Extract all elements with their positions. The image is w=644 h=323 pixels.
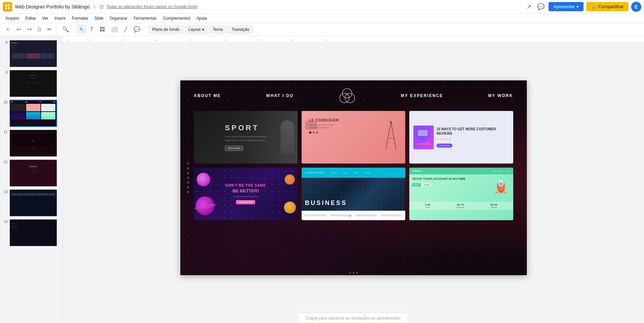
apresentar-label: Apresentar bbox=[553, 4, 575, 9]
menu-ver[interactable]: Ver bbox=[39, 15, 51, 21]
apresentar-button[interactable]: Apresentar ▾ bbox=[549, 2, 584, 11]
startup-btn2[interactable]: LEARN bbox=[422, 183, 431, 187]
transition-label: Transição bbox=[232, 27, 249, 32]
zoom-button[interactable]: 🔍 bbox=[60, 25, 71, 34]
undo-button[interactable]: ↩ bbox=[14, 25, 23, 34]
comment-icon-btn[interactable]: 💬 bbox=[536, 2, 546, 11]
svg-rect-2 bbox=[5, 8, 7, 9]
planet-left-bottom bbox=[196, 196, 214, 215]
slide-ind-dot bbox=[350, 272, 351, 273]
select-button[interactable]: ↖ bbox=[77, 25, 86, 34]
folder-icon[interactable]: ⊡ bbox=[100, 4, 104, 10]
reviews-title: 10 WAYS TO GET MORE CUSTOMER REVIEWS bbox=[436, 127, 509, 136]
shapes-button[interactable]: ⬜ bbox=[109, 25, 120, 34]
nav-my-experience[interactable]: MY EXPERIENCE bbox=[401, 93, 443, 98]
card-business[interactable]: COMPANYNAME Home About Blog Contact BUSI… bbox=[302, 168, 405, 220]
menu-arquivo[interactable]: Arquivo bbox=[3, 15, 22, 21]
slide-thumb-13[interactable]: 13 bbox=[0, 188, 62, 218]
image-button[interactable]: 🖼 bbox=[97, 25, 107, 34]
business-bg: COMPANYNAME Home About Blog Contact BUSI… bbox=[302, 168, 405, 220]
space-btn[interactable]: TEACH MORE bbox=[236, 200, 255, 204]
corbusier-dots bbox=[309, 131, 398, 134]
slide-canvas[interactable]: ABOUT ME WHAT I DO MY EXPERIENCE MY WORK bbox=[180, 80, 527, 275]
line-button[interactable]: ╱ bbox=[122, 25, 130, 34]
text-button[interactable]: T bbox=[88, 25, 96, 34]
background-button[interactable]: Plano de fundo bbox=[148, 25, 183, 34]
nav-about-me[interactable]: ABOUT ME bbox=[194, 93, 221, 98]
slide-num-11: 11 bbox=[3, 130, 7, 134]
ruler-mark: 9 bbox=[324, 39, 358, 42]
ruler-mark: 3 bbox=[121, 39, 155, 42]
toolbar: ＋ ↩ ↪ ⎙ ✏ 🔍 ↖ T 🖼 ⬜ ╱ 💬 Plano de fundo L… bbox=[0, 23, 644, 36]
menu-inserir[interactable]: Inserir bbox=[52, 15, 68, 21]
svg-rect-1 bbox=[8, 4, 10, 6]
thumb-img-8: ■ ■ ■ ■ ━━━━━━━ ━━━━━ bbox=[10, 40, 57, 67]
slide-num-12: 12 bbox=[3, 159, 7, 164]
slide-thumb-8[interactable]: 8 ■ ■ ■ ■ ━━━━━━━ ━━━━━ bbox=[0, 39, 62, 69]
redo-button[interactable]: ↪ bbox=[25, 25, 34, 34]
startup-btn1[interactable]: START bbox=[412, 183, 421, 187]
slide-thumb-14[interactable]: 14 ■ ■ ■ ■ ■ ■ ■ ■ ■ ■ ■ ■ ■ ■ ■ ■ ■ ■ ■… bbox=[0, 218, 62, 248]
card-sport[interactable]: SPORT Lorem ipsum dolor sit amet consect… bbox=[194, 111, 298, 164]
card-reviews[interactable]: ★★★★★ 10 WAYS TO GET MORE CUSTOMER REVIE… bbox=[409, 111, 513, 164]
ruler-mark: 2 bbox=[87, 39, 121, 42]
reviews-stars: ★ ★ ★ ★ ★ bbox=[436, 138, 509, 141]
svg-text:★★★★★: ★★★★★ bbox=[418, 142, 430, 146]
stat-1: 1.2K Users bbox=[425, 203, 431, 208]
nav-dot bbox=[187, 186, 189, 188]
ruler-mark: 6 bbox=[222, 39, 256, 42]
theme-label: Tema bbox=[213, 27, 223, 32]
notes-placeholder[interactable]: Clique para adicionar as anotações do ap… bbox=[306, 316, 401, 321]
planet-right-top bbox=[285, 174, 295, 185]
stat-3: 90.1K Reviews bbox=[490, 203, 497, 208]
dropdown-arrow[interactable]: ▾ bbox=[576, 4, 579, 9]
startup-text: SETUP YOUR ACCOUNT IN NO-TIME START LEAR… bbox=[412, 177, 489, 199]
thumb-img-11: ▶ ━━━━━━ bbox=[10, 130, 57, 157]
menubar: Arquivo Editar Ver Inserir Formatar Slid… bbox=[0, 14, 644, 23]
reviews-btn[interactable]: Learn More bbox=[436, 144, 452, 148]
slide-num-10: 10 bbox=[3, 100, 7, 104]
card-startup[interactable]: STARTUP Home About Pricing SETUP YOUR AC… bbox=[409, 168, 513, 220]
portfolio-grid: SPORT Lorem ipsum dolor sit amet consect… bbox=[180, 104, 527, 227]
trending-icon-btn[interactable]: ↗ bbox=[525, 2, 533, 11]
notes-bar[interactable]: Clique para adicionar as anotações do ap… bbox=[299, 313, 408, 323]
slide-ind-dot bbox=[356, 272, 358, 273]
menu-complementos[interactable]: Complementos bbox=[160, 15, 193, 21]
main-content: 8 ■ ■ ■ ■ ━━━━━━━ ━━━━━ 9 ━━━━━━━━ ━━━━━… bbox=[0, 36, 644, 323]
background-label: Plano de fundo bbox=[152, 27, 180, 32]
nav-my-work[interactable]: MY WORK bbox=[488, 93, 513, 98]
format-paint-button[interactable]: ✏ bbox=[45, 25, 54, 34]
sport-title: SPORT bbox=[225, 124, 267, 132]
transition-button[interactable]: Transição bbox=[228, 25, 253, 34]
nav-what-i-do[interactable]: WHAT I DO bbox=[266, 93, 293, 98]
card-corbusier[interactable]: LE CORBUSIER Lorem ipsum dolor sit ametc… bbox=[302, 111, 405, 164]
business-header: COMPANYNAME Home About Blog Contact bbox=[302, 168, 405, 178]
menu-slide[interactable]: Slide bbox=[92, 15, 106, 21]
print-button[interactable]: ⎙ bbox=[35, 25, 43, 34]
star-icon[interactable]: ☆ bbox=[92, 4, 97, 10]
menu-formatar[interactable]: Formatar bbox=[69, 15, 91, 21]
sport-btn[interactable]: READ MORE bbox=[225, 146, 243, 151]
card-space[interactable]: DON'T BE THE SAME BE BETTER! Lorem ipsum… bbox=[194, 168, 298, 220]
comment-tool-btn[interactable]: 💬 bbox=[131, 25, 143, 34]
sport-desc: Lorem ipsum dolor sit amet consecteturad… bbox=[225, 135, 267, 142]
menu-ferramentas[interactable]: Ferramentas bbox=[131, 15, 159, 21]
slides-panel: 8 ■ ■ ■ ■ ━━━━━━━ ━━━━━ 9 ━━━━━━━━ ━━━━━… bbox=[0, 36, 63, 323]
svg-marker-20 bbox=[503, 191, 507, 194]
add-button[interactable]: ＋ bbox=[3, 24, 13, 34]
menu-organizar[interactable]: Organizar bbox=[107, 15, 130, 21]
share-button[interactable]: 🔒 Compartilhar bbox=[586, 2, 628, 11]
svg-rect-12 bbox=[418, 130, 428, 136]
layout-button[interactable]: Layout ▾ bbox=[185, 25, 208, 34]
menu-ajuda[interactable]: Ajuda bbox=[194, 15, 210, 21]
slide-thumb-10[interactable]: 10 AB WD EX WK bbox=[0, 98, 62, 128]
slide-thumb-9[interactable]: 9 ━━━━━━━━ ━━━━━━ MY WORK bbox=[0, 69, 62, 98]
theme-button[interactable]: Tema bbox=[209, 25, 227, 34]
menu-editar[interactable]: Editar bbox=[23, 15, 39, 21]
startup-header: STARTUP Home About Pricing bbox=[409, 168, 513, 174]
ruler-top: 1 2 3 4 5 6 7 8 9 bbox=[63, 36, 644, 43]
slide-thumb-12[interactable]: 12 CONTACT ━━━━━ ━━━━━━━ bbox=[0, 158, 62, 188]
avatar[interactable]: E bbox=[631, 2, 641, 12]
nav-dot bbox=[187, 172, 189, 174]
slide-thumb-11[interactable]: 11 ▶ ━━━━━━ bbox=[0, 128, 62, 158]
